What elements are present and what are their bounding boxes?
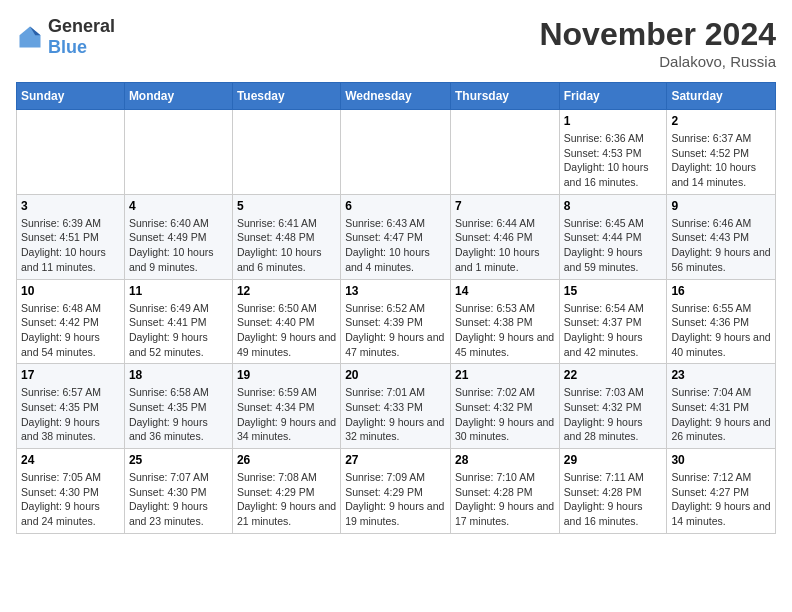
logo-text: General Blue — [48, 16, 115, 58]
day-info: Sunrise: 6:37 AMSunset: 4:52 PMDaylight:… — [671, 131, 771, 190]
month-title: November 2024 — [539, 16, 776, 53]
day-info: Sunrise: 7:07 AMSunset: 4:30 PMDaylight:… — [129, 470, 228, 529]
day-info: Sunrise: 6:52 AMSunset: 4:39 PMDaylight:… — [345, 301, 446, 360]
day-cell: 6Sunrise: 6:43 AMSunset: 4:47 PMDaylight… — [341, 194, 451, 279]
header-saturday: Saturday — [667, 83, 776, 110]
header-sunday: Sunday — [17, 83, 125, 110]
day-number: 12 — [237, 284, 336, 298]
week-row-1: 1Sunrise: 6:36 AMSunset: 4:53 PMDaylight… — [17, 110, 776, 195]
day-number: 26 — [237, 453, 336, 467]
logo-icon — [16, 23, 44, 51]
week-row-2: 3Sunrise: 6:39 AMSunset: 4:51 PMDaylight… — [17, 194, 776, 279]
day-number: 6 — [345, 199, 446, 213]
day-cell: 9Sunrise: 6:46 AMSunset: 4:43 PMDaylight… — [667, 194, 776, 279]
day-info: Sunrise: 7:08 AMSunset: 4:29 PMDaylight:… — [237, 470, 336, 529]
day-info: Sunrise: 6:39 AMSunset: 4:51 PMDaylight:… — [21, 216, 120, 275]
header-friday: Friday — [559, 83, 667, 110]
day-number: 16 — [671, 284, 771, 298]
day-number: 24 — [21, 453, 120, 467]
day-info: Sunrise: 6:48 AMSunset: 4:42 PMDaylight:… — [21, 301, 120, 360]
day-cell: 26Sunrise: 7:08 AMSunset: 4:29 PMDayligh… — [232, 449, 340, 534]
day-cell: 8Sunrise: 6:45 AMSunset: 4:44 PMDaylight… — [559, 194, 667, 279]
day-cell — [17, 110, 125, 195]
logo-general: General — [48, 16, 115, 36]
day-number: 15 — [564, 284, 663, 298]
day-number: 5 — [237, 199, 336, 213]
day-cell — [341, 110, 451, 195]
day-number: 27 — [345, 453, 446, 467]
day-info: Sunrise: 7:11 AMSunset: 4:28 PMDaylight:… — [564, 470, 663, 529]
day-number: 28 — [455, 453, 555, 467]
day-cell: 3Sunrise: 6:39 AMSunset: 4:51 PMDaylight… — [17, 194, 125, 279]
day-cell: 21Sunrise: 7:02 AMSunset: 4:32 PMDayligh… — [450, 364, 559, 449]
day-number: 18 — [129, 368, 228, 382]
day-info: Sunrise: 6:53 AMSunset: 4:38 PMDaylight:… — [455, 301, 555, 360]
day-info: Sunrise: 6:44 AMSunset: 4:46 PMDaylight:… — [455, 216, 555, 275]
day-cell: 24Sunrise: 7:05 AMSunset: 4:30 PMDayligh… — [17, 449, 125, 534]
day-cell: 28Sunrise: 7:10 AMSunset: 4:28 PMDayligh… — [450, 449, 559, 534]
day-number: 17 — [21, 368, 120, 382]
day-number: 22 — [564, 368, 663, 382]
header-thursday: Thursday — [450, 83, 559, 110]
logo-blue: Blue — [48, 37, 87, 57]
day-cell: 10Sunrise: 6:48 AMSunset: 4:42 PMDayligh… — [17, 279, 125, 364]
day-number: 29 — [564, 453, 663, 467]
day-cell: 5Sunrise: 6:41 AMSunset: 4:48 PMDaylight… — [232, 194, 340, 279]
day-cell — [124, 110, 232, 195]
week-row-4: 17Sunrise: 6:57 AMSunset: 4:35 PMDayligh… — [17, 364, 776, 449]
day-info: Sunrise: 6:58 AMSunset: 4:35 PMDaylight:… — [129, 385, 228, 444]
day-number: 20 — [345, 368, 446, 382]
day-cell: 11Sunrise: 6:49 AMSunset: 4:41 PMDayligh… — [124, 279, 232, 364]
day-info: Sunrise: 6:50 AMSunset: 4:40 PMDaylight:… — [237, 301, 336, 360]
day-cell: 20Sunrise: 7:01 AMSunset: 4:33 PMDayligh… — [341, 364, 451, 449]
day-cell: 30Sunrise: 7:12 AMSunset: 4:27 PMDayligh… — [667, 449, 776, 534]
day-number: 14 — [455, 284, 555, 298]
day-info: Sunrise: 7:09 AMSunset: 4:29 PMDaylight:… — [345, 470, 446, 529]
header-monday: Monday — [124, 83, 232, 110]
logo: General Blue — [16, 16, 115, 58]
day-info: Sunrise: 6:55 AMSunset: 4:36 PMDaylight:… — [671, 301, 771, 360]
day-cell: 22Sunrise: 7:03 AMSunset: 4:32 PMDayligh… — [559, 364, 667, 449]
day-info: Sunrise: 6:43 AMSunset: 4:47 PMDaylight:… — [345, 216, 446, 275]
day-info: Sunrise: 7:02 AMSunset: 4:32 PMDaylight:… — [455, 385, 555, 444]
day-info: Sunrise: 6:57 AMSunset: 4:35 PMDaylight:… — [21, 385, 120, 444]
day-cell: 14Sunrise: 6:53 AMSunset: 4:38 PMDayligh… — [450, 279, 559, 364]
day-number: 9 — [671, 199, 771, 213]
page-header: General Blue November 2024 Dalakovo, Rus… — [16, 16, 776, 70]
day-info: Sunrise: 7:12 AMSunset: 4:27 PMDaylight:… — [671, 470, 771, 529]
day-info: Sunrise: 7:04 AMSunset: 4:31 PMDaylight:… — [671, 385, 771, 444]
day-number: 8 — [564, 199, 663, 213]
day-info: Sunrise: 7:03 AMSunset: 4:32 PMDaylight:… — [564, 385, 663, 444]
calendar-body: 1Sunrise: 6:36 AMSunset: 4:53 PMDaylight… — [17, 110, 776, 534]
day-number: 3 — [21, 199, 120, 213]
day-number: 10 — [21, 284, 120, 298]
calendar-table: SundayMondayTuesdayWednesdayThursdayFrid… — [16, 82, 776, 534]
day-info: Sunrise: 6:45 AMSunset: 4:44 PMDaylight:… — [564, 216, 663, 275]
day-number: 23 — [671, 368, 771, 382]
header-row: SundayMondayTuesdayWednesdayThursdayFrid… — [17, 83, 776, 110]
week-row-5: 24Sunrise: 7:05 AMSunset: 4:30 PMDayligh… — [17, 449, 776, 534]
day-info: Sunrise: 6:49 AMSunset: 4:41 PMDaylight:… — [129, 301, 228, 360]
day-info: Sunrise: 7:01 AMSunset: 4:33 PMDaylight:… — [345, 385, 446, 444]
day-info: Sunrise: 6:54 AMSunset: 4:37 PMDaylight:… — [564, 301, 663, 360]
day-info: Sunrise: 6:41 AMSunset: 4:48 PMDaylight:… — [237, 216, 336, 275]
day-number: 2 — [671, 114, 771, 128]
day-cell: 13Sunrise: 6:52 AMSunset: 4:39 PMDayligh… — [341, 279, 451, 364]
day-number: 25 — [129, 453, 228, 467]
day-info: Sunrise: 6:40 AMSunset: 4:49 PMDaylight:… — [129, 216, 228, 275]
day-cell: 7Sunrise: 6:44 AMSunset: 4:46 PMDaylight… — [450, 194, 559, 279]
day-info: Sunrise: 7:05 AMSunset: 4:30 PMDaylight:… — [21, 470, 120, 529]
day-cell: 18Sunrise: 6:58 AMSunset: 4:35 PMDayligh… — [124, 364, 232, 449]
day-number: 1 — [564, 114, 663, 128]
day-cell: 17Sunrise: 6:57 AMSunset: 4:35 PMDayligh… — [17, 364, 125, 449]
svg-marker-0 — [20, 27, 41, 48]
header-tuesday: Tuesday — [232, 83, 340, 110]
day-info: Sunrise: 6:46 AMSunset: 4:43 PMDaylight:… — [671, 216, 771, 275]
day-cell: 4Sunrise: 6:40 AMSunset: 4:49 PMDaylight… — [124, 194, 232, 279]
day-cell: 12Sunrise: 6:50 AMSunset: 4:40 PMDayligh… — [232, 279, 340, 364]
day-info: Sunrise: 7:10 AMSunset: 4:28 PMDaylight:… — [455, 470, 555, 529]
day-info: Sunrise: 6:59 AMSunset: 4:34 PMDaylight:… — [237, 385, 336, 444]
day-cell: 27Sunrise: 7:09 AMSunset: 4:29 PMDayligh… — [341, 449, 451, 534]
day-number: 11 — [129, 284, 228, 298]
week-row-3: 10Sunrise: 6:48 AMSunset: 4:42 PMDayligh… — [17, 279, 776, 364]
